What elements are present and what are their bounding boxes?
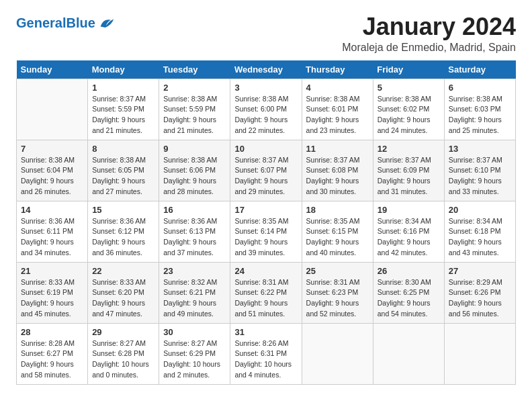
day-info: Sunrise: 8:37 AM Sunset: 6:10 PM Dayligh… (449, 155, 511, 197)
sunrise-text: Sunrise: 8:37 AM (306, 156, 360, 164)
sunrise-text: Sunrise: 8:35 AM (306, 217, 360, 225)
calendar-cell (444, 323, 515, 384)
day-info: Sunrise: 8:38 AM Sunset: 6:00 PM Dayligh… (234, 94, 297, 136)
calendar-cell: 21 Sunrise: 8:33 AM Sunset: 6:19 PM Dayl… (17, 262, 88, 323)
sunrise-text: Sunrise: 8:38 AM (163, 156, 217, 164)
day-number: 5 (378, 83, 440, 93)
calendar-cell: 4 Sunrise: 8:38 AM Sunset: 6:01 PM Dayli… (302, 79, 373, 140)
sunset-text: Sunset: 6:05 PM (92, 166, 144, 174)
daylight-text: Daylight: 9 hours and 24 minutes. (378, 116, 431, 134)
daylight-text: Daylight: 9 hours and 47 minutes. (92, 299, 145, 318)
calendar-week-1: 1 Sunrise: 8:37 AM Sunset: 5:59 PM Dayli… (17, 79, 516, 140)
day-info: Sunrise: 8:34 AM Sunset: 6:16 PM Dayligh… (378, 216, 440, 259)
logo-text: GeneralBlue (16, 15, 95, 30)
calendar-week-5: 28 Sunrise: 8:28 AM Sunset: 6:27 PM Dayl… (17, 323, 516, 384)
sunset-text: Sunset: 6:18 PM (449, 227, 501, 235)
logo-icon (97, 13, 116, 32)
day-info: Sunrise: 8:37 AM Sunset: 6:09 PM Dayligh… (378, 155, 440, 197)
calendar-cell (302, 323, 373, 384)
calendar-cell: 12 Sunrise: 8:37 AM Sunset: 6:09 PM Dayl… (373, 140, 444, 201)
day-number: 20 (449, 205, 511, 215)
day-info: Sunrise: 8:35 AM Sunset: 6:15 PM Dayligh… (306, 216, 369, 259)
sunset-text: Sunset: 6:16 PM (378, 227, 430, 235)
sunrise-text: Sunrise: 8:38 AM (21, 156, 75, 164)
calendar-cell: 6 Sunrise: 8:38 AM Sunset: 6:03 PM Dayli… (444, 79, 515, 140)
calendar-cell: 5 Sunrise: 8:38 AM Sunset: 6:02 PM Dayli… (373, 79, 444, 140)
day-info: Sunrise: 8:35 AM Sunset: 6:14 PM Dayligh… (234, 216, 297, 259)
day-number: 26 (378, 266, 440, 276)
day-number: 24 (234, 266, 297, 276)
daylight-text: Daylight: 9 hours and 43 minutes. (449, 238, 502, 257)
calendar-cell (17, 79, 88, 140)
weekday-header-saturday: Saturday (444, 60, 515, 79)
day-number: 13 (449, 144, 511, 154)
sunrise-text: Sunrise: 8:37 AM (234, 156, 288, 164)
sunset-text: Sunset: 6:03 PM (449, 105, 501, 113)
day-info: Sunrise: 8:32 AM Sunset: 6:21 PM Dayligh… (163, 277, 226, 320)
day-info: Sunrise: 8:27 AM Sunset: 6:28 PM Dayligh… (92, 338, 154, 381)
sunrise-text: Sunrise: 8:38 AM (449, 95, 502, 103)
calendar-cell: 27 Sunrise: 8:29 AM Sunset: 6:26 PM Dayl… (444, 262, 515, 323)
sunset-text: Sunset: 6:12 PM (92, 227, 144, 235)
day-info: Sunrise: 8:36 AM Sunset: 6:11 PM Dayligh… (21, 216, 83, 259)
day-number: 30 (163, 327, 226, 337)
calendar-week-4: 21 Sunrise: 8:33 AM Sunset: 6:19 PM Dayl… (17, 262, 516, 323)
daylight-text: Daylight: 9 hours and 22 minutes. (234, 116, 287, 134)
day-number: 18 (306, 205, 369, 215)
calendar-week-2: 7 Sunrise: 8:38 AM Sunset: 6:04 PM Dayli… (17, 140, 516, 201)
calendar-cell: 18 Sunrise: 8:35 AM Sunset: 6:15 PM Dayl… (302, 201, 373, 262)
sunset-text: Sunset: 6:15 PM (306, 227, 359, 235)
calendar-cell: 11 Sunrise: 8:37 AM Sunset: 6:08 PM Dayl… (302, 140, 373, 201)
calendar-cell: 31 Sunrise: 8:26 AM Sunset: 6:31 PM Dayl… (230, 323, 302, 384)
calendar-body: 1 Sunrise: 8:37 AM Sunset: 5:59 PM Dayli… (17, 79, 516, 384)
day-number: 2 (163, 83, 226, 93)
sunset-text: Sunset: 6:28 PM (92, 349, 144, 357)
daylight-text: Daylight: 9 hours and 42 minutes. (378, 238, 431, 257)
day-number: 14 (21, 205, 83, 215)
logo: GeneralBlue (16, 13, 116, 32)
day-number: 8 (92, 144, 154, 154)
sunset-text: Sunset: 6:02 PM (378, 105, 430, 113)
daylight-text: Daylight: 9 hours and 25 minutes. (449, 116, 502, 134)
daylight-text: Daylight: 9 hours and 58 minutes. (21, 360, 74, 379)
calendar-cell: 19 Sunrise: 8:34 AM Sunset: 6:16 PM Dayl… (373, 201, 444, 262)
weekday-header-monday: Monday (88, 60, 159, 79)
calendar-cell: 10 Sunrise: 8:37 AM Sunset: 6:07 PM Dayl… (230, 140, 302, 201)
weekday-header-sunday: Sunday (17, 60, 88, 79)
weekday-header-thursday: Thursday (302, 60, 373, 79)
day-number: 4 (306, 83, 369, 93)
sunrise-text: Sunrise: 8:34 AM (449, 217, 502, 225)
sunrise-text: Sunrise: 8:28 AM (21, 339, 75, 347)
sunrise-text: Sunrise: 8:32 AM (163, 278, 217, 286)
day-number: 19 (378, 205, 440, 215)
calendar-cell: 26 Sunrise: 8:30 AM Sunset: 6:25 PM Dayl… (373, 262, 444, 323)
daylight-text: Daylight: 9 hours and 27 minutes. (92, 177, 145, 195)
day-info: Sunrise: 8:30 AM Sunset: 6:25 PM Dayligh… (378, 277, 440, 320)
calendar-cell: 9 Sunrise: 8:38 AM Sunset: 6:06 PM Dayli… (159, 140, 230, 201)
sunrise-text: Sunrise: 8:37 AM (378, 156, 431, 164)
day-info: Sunrise: 8:29 AM Sunset: 6:26 PM Dayligh… (449, 277, 511, 320)
daylight-text: Daylight: 9 hours and 28 minutes. (163, 177, 216, 195)
day-info: Sunrise: 8:38 AM Sunset: 6:05 PM Dayligh… (92, 155, 154, 197)
sunrise-text: Sunrise: 8:36 AM (163, 217, 217, 225)
calendar-cell: 1 Sunrise: 8:37 AM Sunset: 5:59 PM Dayli… (88, 79, 159, 140)
daylight-text: Daylight: 9 hours and 56 minutes. (449, 299, 502, 318)
day-info: Sunrise: 8:38 AM Sunset: 6:03 PM Dayligh… (449, 94, 511, 136)
day-number: 10 (234, 144, 297, 154)
weekday-header-wednesday: Wednesday (230, 60, 302, 79)
day-info: Sunrise: 8:34 AM Sunset: 6:18 PM Dayligh… (449, 216, 511, 259)
sunrise-text: Sunrise: 8:37 AM (92, 95, 146, 103)
calendar-cell: 14 Sunrise: 8:36 AM Sunset: 6:11 PM Dayl… (17, 201, 88, 262)
day-number: 27 (449, 266, 511, 276)
daylight-text: Daylight: 9 hours and 26 minutes. (21, 177, 74, 195)
daylight-text: Daylight: 9 hours and 33 minutes. (449, 177, 502, 195)
daylight-text: Daylight: 9 hours and 34 minutes. (21, 238, 74, 257)
day-info: Sunrise: 8:36 AM Sunset: 6:12 PM Dayligh… (92, 216, 154, 259)
daylight-text: Daylight: 9 hours and 37 minutes. (163, 238, 216, 257)
sunset-text: Sunset: 6:14 PM (234, 227, 287, 235)
day-info: Sunrise: 8:37 AM Sunset: 5:59 PM Dayligh… (92, 94, 154, 136)
sunset-text: Sunset: 6:13 PM (163, 227, 216, 235)
sunset-text: Sunset: 6:09 PM (378, 166, 430, 174)
sunset-text: Sunset: 6:11 PM (21, 227, 73, 235)
sunrise-text: Sunrise: 8:31 AM (306, 278, 360, 286)
